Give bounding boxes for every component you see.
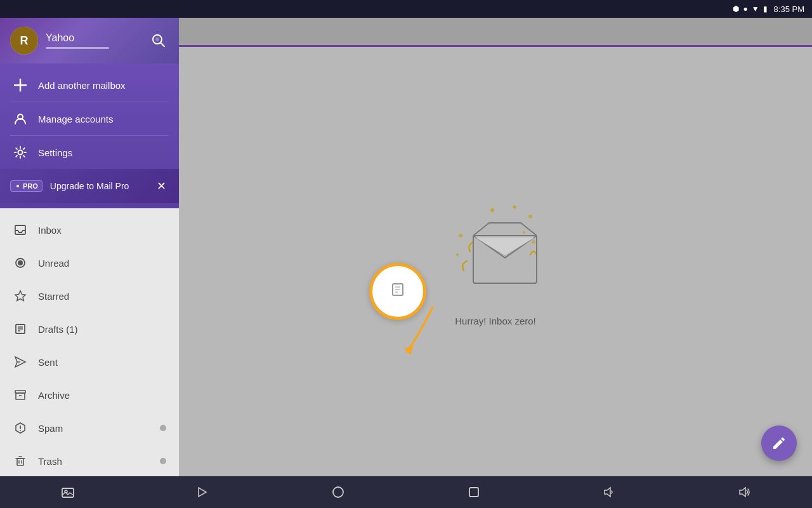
svg-rect-25 [17,458,23,465]
archive-icon [13,387,28,403]
main-content: Hurray! Inbox zero! [179,18,812,476]
svg-point-8 [18,150,23,155]
upgrade-close-button[interactable]: ✕ [154,177,169,196]
sent-label: Sent [38,357,166,368]
svg-rect-47 [469,488,478,497]
trash-icon [13,453,28,469]
svg-point-30 [490,208,494,212]
bottom-nav-back[interactable] [186,480,220,504]
add-icon [13,77,28,93]
svg-marker-45 [199,488,206,497]
sidebar-item-spam[interactable]: Spam [0,411,179,444]
content-area: Hurray! Inbox zero! [179,47,812,476]
person-icon [13,111,28,126]
sidebar-item-starred[interactable]: Starred [0,279,179,312]
svg-point-35 [459,234,462,237]
starred-label: Starred [38,291,166,302]
sent-icon [13,354,28,370]
annotation-icon [389,281,407,302]
settings-icon: ● [743,4,747,13]
sidebar-item-settings[interactable]: Settings [0,136,179,169]
sidebar-item-drafts[interactable]: Drafts (1) [0,312,179,345]
svg-marker-13 [15,291,25,301]
drafts-label: Drafts (1) [38,324,166,335]
envelope-illustration [432,197,559,299]
inbox-label: Inbox [38,225,166,236]
sidebar-item-sent[interactable]: Sent [0,345,179,378]
trash-label: Trash [38,456,150,467]
annotation-circle [369,263,426,320]
add-mailbox-label: Add another mailbox [38,80,126,91]
svg-point-32 [528,215,532,218]
bottom-nav-home[interactable] [321,480,355,504]
bottom-nav [0,476,812,508]
sidebar-header: R Yahoo [0,18,179,64]
status-time: 8:35 PM [774,4,804,14]
account-name: Yahoo [46,32,141,44]
svg-point-31 [513,205,516,208]
svg-rect-21 [16,393,25,399]
drafts-icon [13,321,28,337]
unread-label: Unread [38,258,166,269]
svg-point-24 [20,430,21,431]
bottom-nav-volume-low[interactable] [592,480,626,504]
sidebar-item-archive[interactable]: Archive [0,378,179,411]
account-bar [46,47,109,49]
spam-badge [160,425,166,431]
status-icons: ⬢ ● ▼ ▮ 8:35 PM [733,4,804,14]
bottom-nav-recents[interactable] [457,480,491,504]
sidebar: R Yahoo [0,18,179,476]
sidebar-item-add-mailbox[interactable]: Add another mailbox [0,69,179,102]
trash-badge [160,458,166,464]
app-container: R Yahoo [0,18,812,476]
svg-marker-42 [404,345,414,355]
spam-label: Spam [38,423,150,434]
avatar: R [10,27,38,55]
compose-fab[interactable] [761,425,797,461]
bottom-nav-volume-high[interactable] [727,480,761,504]
pro-badge: PRO [10,180,43,192]
status-bar: ⬢ ● ▼ ▮ 8:35 PM [0,0,812,18]
svg-point-9 [16,185,19,187]
gear-icon [13,145,28,160]
sidebar-purple-section: Add another mailbox Manage accounts [0,64,179,208]
annotation-container [369,263,426,320]
svg-point-4 [155,37,159,41]
svg-marker-48 [605,488,610,497]
star-icon [13,288,28,304]
upgrade-text: Upgrade to Mail Pro [50,181,147,191]
archive-label: Archive [38,390,166,401]
bluetooth-icon: ⬢ [733,4,739,13]
compose-icon [771,436,787,451]
sidebar-item-unread[interactable]: Unread [0,246,179,279]
battery-icon: ▮ [763,4,768,13]
svg-point-46 [333,487,343,497]
settings-label: Settings [38,147,72,158]
svg-point-36 [456,253,459,256]
bottom-nav-photo[interactable] [51,480,85,504]
svg-point-33 [523,231,525,234]
svg-text:R: R [20,34,29,47]
sidebar-item-trash[interactable]: Trash [0,444,179,476]
account-info: Yahoo [46,32,141,49]
avatar-image: R [10,27,38,55]
search-button[interactable] [148,30,169,51]
wifi-icon: ▼ [752,4,759,13]
envelope-svg [432,197,559,299]
sidebar-item-manage-accounts[interactable]: Manage accounts [0,102,179,135]
toolbar [179,18,812,47]
svg-point-34 [532,240,535,244]
svg-point-12 [18,260,23,265]
inbox-icon [13,222,28,237]
manage-accounts-label: Manage accounts [38,114,113,124]
svg-marker-49 [740,488,745,497]
unread-icon [13,255,28,271]
sidebar-nav: Inbox Unread Starred [0,208,179,476]
sidebar-item-inbox[interactable]: Inbox [0,213,179,246]
svg-line-3 [161,43,165,47]
upgrade-banner[interactable]: PRO Upgrade to Mail Pro ✕ [0,169,179,203]
svg-rect-43 [62,488,74,497]
spam-icon [13,420,28,436]
